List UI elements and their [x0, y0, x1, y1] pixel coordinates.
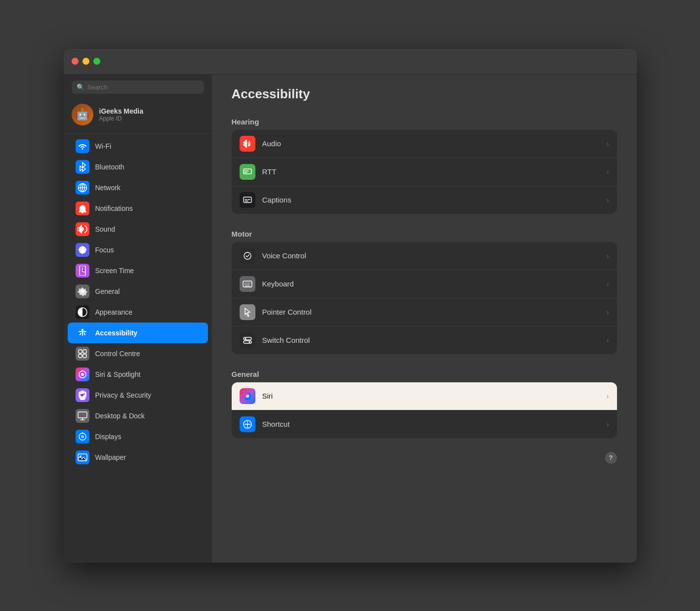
svg-rect-14	[78, 412, 87, 418]
title-bar	[64, 49, 637, 75]
sidebar-item-appearance[interactable]: Appearance	[68, 302, 208, 323]
search-box[interactable]: 🔍	[72, 81, 204, 94]
audio-chevron: ›	[607, 140, 609, 148]
svg-rect-11	[83, 354, 86, 358]
siri-chevron: ›	[607, 392, 609, 400]
avatar: 🤖	[72, 104, 93, 125]
sidebar-item-label-wallpaper: Wallpaper	[95, 453, 126, 461]
traffic-lights	[72, 58, 100, 65]
minimize-button[interactable]	[82, 58, 89, 65]
sound-icon	[76, 222, 89, 236]
wifi-icon	[76, 139, 89, 153]
svg-point-16	[81, 435, 84, 438]
sidebar-item-displays[interactable]: Displays	[68, 426, 208, 447]
general-icon	[76, 285, 89, 298]
help-button[interactable]: ?	[605, 452, 617, 464]
desktop-icon	[76, 409, 89, 423]
settings-row-pointercontrol[interactable]: Pointer Control›	[232, 298, 617, 326]
settings-row-shortcut[interactable]: Shortcut›	[232, 410, 617, 438]
user-profile[interactable]: 🤖 iGeeks Media Apple ID	[64, 100, 212, 131]
sidebar-item-general[interactable]: General	[68, 281, 208, 302]
siri-icon	[76, 367, 89, 381]
appearance-icon	[76, 305, 89, 319]
sidebar-item-label-wifi: Wi-Fi	[95, 142, 112, 150]
voicecontrol-row-icon	[240, 248, 255, 264]
switchcontrol-row-icon	[240, 332, 255, 348]
siri-row-icon	[240, 388, 255, 404]
captions-row-icon	[240, 192, 255, 208]
maximize-button[interactable]	[93, 58, 100, 65]
settings-row-switchcontrol[interactable]: Switch Control›	[232, 326, 617, 354]
sidebar-item-siri[interactable]: Siri & Spotlight	[68, 364, 208, 385]
switchcontrol-chevron: ›	[607, 336, 609, 344]
settings-row-keyboard[interactable]: Keyboard›	[232, 270, 617, 298]
search-icon: 🔍	[77, 83, 84, 91]
settings-group-hearing: Audio›RTT›Captions›	[232, 130, 617, 214]
screentime-icon	[76, 264, 89, 278]
accessibility-icon	[76, 326, 89, 340]
settings-row-captions[interactable]: Captions›	[232, 186, 617, 214]
search-input[interactable]	[87, 83, 199, 91]
bluetooth-icon	[76, 160, 89, 174]
settings-group-motor: Voice Control›Keyboard›Pointer Control›S…	[232, 242, 617, 354]
sidebar-item-label-general: General	[95, 287, 120, 295]
sidebar-item-label-appearance: Appearance	[95, 308, 133, 316]
sidebar-item-label-screentime: Screen Time	[95, 267, 134, 275]
sidebar-item-label-accessibility: Accessibility	[95, 329, 138, 337]
svg-rect-24	[244, 337, 251, 340]
keyboard-label: Keyboard	[262, 280, 600, 288]
svg-point-13	[81, 373, 84, 376]
sidebar-item-accessibility[interactable]: Accessibility	[68, 323, 208, 343]
sidebar-divider	[64, 133, 212, 134]
pointercontrol-row-icon	[240, 304, 255, 320]
switchcontrol-label: Switch Control	[262, 336, 600, 344]
sidebar-item-controlcentre[interactable]: Control Centre	[68, 343, 208, 364]
sidebar-item-wallpaper[interactable]: Wallpaper	[68, 447, 208, 468]
settings-row-rtt[interactable]: RTT›	[232, 158, 617, 186]
user-subtitle: Apple ID	[99, 115, 144, 122]
sidebar-item-privacy[interactable]: Privacy & Security	[68, 385, 208, 406]
svg-point-7	[82, 328, 83, 330]
sidebar-item-notifications[interactable]: Notifications	[68, 198, 208, 219]
section-general: Siri›Shortcut›	[212, 382, 637, 446]
sidebar-item-label-focus: Focus	[95, 246, 114, 254]
section-hearing: Audio›RTT›Captions›	[212, 130, 637, 222]
sidebar-item-desktop[interactable]: Desktop & Dock	[68, 406, 208, 426]
sidebar-item-screentime[interactable]: Screen Time	[68, 260, 208, 281]
settings-row-voicecontrol[interactable]: Voice Control›	[232, 242, 617, 270]
main-sections: HearingAudio›RTT›Captions›MotorVoice Con…	[212, 110, 637, 446]
sidebar-item-network[interactable]: Network	[68, 177, 208, 198]
close-button[interactable]	[72, 58, 79, 65]
page-header: Accessibility	[212, 75, 637, 110]
captions-chevron: ›	[607, 196, 609, 204]
bottom-bar: ?	[212, 446, 637, 470]
rtt-label: RTT	[262, 167, 600, 176]
sidebar-item-sound[interactable]: Sound	[68, 219, 208, 240]
svg-point-29	[246, 395, 249, 398]
settings-row-audio[interactable]: Audio›	[232, 130, 617, 158]
sidebar-item-focus[interactable]: Focus	[68, 240, 208, 260]
shortcut-chevron: ›	[607, 420, 609, 428]
settings-row-siri[interactable]: Siri›	[232, 382, 617, 410]
controlcentre-icon	[76, 347, 89, 361]
sidebar-item-bluetooth[interactable]: Bluetooth	[68, 157, 208, 177]
section-heading-motor: Motor	[212, 222, 637, 242]
sidebar-item-label-controlcentre: Control Centre	[95, 350, 140, 358]
sidebar-item-label-notifications: Notifications	[95, 204, 133, 212]
section-motor: Voice Control›Keyboard›Pointer Control›S…	[212, 242, 637, 362]
sidebar-item-label-displays: Displays	[95, 433, 122, 441]
rtt-row-icon	[240, 164, 255, 180]
main-content: Accessibility HearingAudio›RTT›Captions›…	[212, 75, 637, 563]
pointercontrol-chevron: ›	[607, 308, 609, 316]
svg-rect-21	[244, 197, 251, 203]
svg-rect-8	[79, 350, 82, 353]
wallpaper-icon	[76, 450, 89, 464]
keyboard-row-icon	[240, 276, 255, 292]
sidebar-item-wifi[interactable]: Wi-Fi	[68, 136, 208, 157]
shortcut-label: Shortcut	[262, 420, 600, 428]
user-name: iGeeks Media	[99, 107, 144, 115]
svg-point-31	[247, 423, 248, 425]
section-heading-hearing: Hearing	[212, 110, 637, 130]
network-icon	[76, 181, 89, 195]
sidebar-item-label-sound: Sound	[95, 225, 115, 233]
